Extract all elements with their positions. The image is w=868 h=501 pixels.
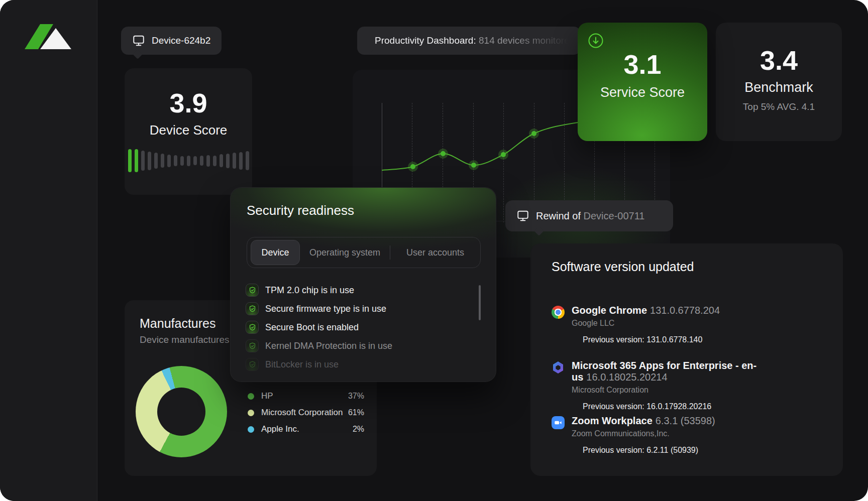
rewind-badge[interactable]: Rewind of Device-00711 (505, 200, 673, 231)
software-card-title: Software version updated (552, 260, 694, 274)
chrome-icon (552, 306, 565, 319)
shield-check-icon (246, 339, 259, 352)
tab-device[interactable]: Device (251, 240, 300, 265)
security-readiness-panel: Security readiness Device Operating syst… (230, 187, 496, 382)
software-version: 6.3.1 (53598) (656, 415, 715, 426)
software-vendor: Microsoft Corporation (572, 386, 843, 395)
benchmark-label: Benchmark (716, 80, 842, 95)
shield-check-icon (246, 321, 259, 334)
score-bar (220, 154, 223, 167)
software-version: 131.0.6778.204 (650, 305, 720, 316)
score-bar (141, 151, 145, 171)
manufactures-subtitle: Device manufactures (140, 334, 229, 345)
software-name: Google Chrome (572, 305, 647, 316)
trend-data-points (408, 129, 539, 172)
score-bar (239, 152, 243, 170)
score-bar (213, 156, 216, 166)
productivity-badge[interactable]: Productivity Dashboard: 814 devices moni… (357, 27, 581, 55)
service-score-card: 3.1 Service Score (578, 23, 707, 141)
badge-tail (133, 49, 143, 59)
score-bar (246, 151, 249, 170)
security-item: TPM 2.0 chip is in use (246, 284, 392, 297)
productivity-label: Productivity Dashboard: (375, 35, 476, 46)
productivity-badge-text: Productivity Dashboard: 814 devices moni… (375, 35, 575, 46)
service-score-label: Service Score (578, 85, 707, 100)
sidebar (0, 0, 97, 501)
benchmark-value: 3.4 (716, 45, 842, 76)
score-bar (154, 153, 158, 169)
zoom-icon (552, 416, 565, 429)
software-entry-m365: Microsoft 365 Apps for Enterprise - en-u… (552, 360, 843, 411)
software-previous-version: Previous version: 6.2.11 (50939) (583, 446, 715, 455)
microsoft-365-icon (552, 361, 565, 374)
rewind-label: Rewind of (536, 210, 581, 221)
device-score-card: 3.9 Device Score (125, 68, 252, 195)
legend-row-hp: HP 37% (248, 390, 364, 402)
legend-row-microsoft: Microsoft Corporation 61% (248, 407, 364, 419)
security-item: Secure firmware type is in use (246, 302, 392, 315)
score-bar (148, 152, 151, 170)
security-item-label: Secure firmware type is in use (265, 304, 386, 314)
legend-name: Microsoft Corporation (261, 408, 343, 418)
score-bar (206, 155, 210, 167)
service-score-value: 3.1 (578, 49, 707, 80)
device-score-label: Device Score (125, 122, 252, 138)
device-score-value: 3.9 (125, 87, 252, 118)
security-item-label: Kernel DMA Protection is in use (265, 341, 392, 351)
tab-operating-system[interactable]: Operating system (300, 247, 390, 258)
productivity-count-text: 814 devices monitored (476, 35, 575, 46)
legend-value: 61% (348, 408, 364, 417)
scrollbar-thumb[interactable] (479, 285, 481, 320)
security-item: Kernel DMA Protection is in use (246, 339, 392, 352)
software-previous-version: Previous version: 16.0.17928.20216 (583, 402, 843, 411)
software-name: Zoom Workplace (572, 415, 653, 426)
manufacturers-legend: HP 37% Microsoft Corporation 61% Apple I… (248, 390, 364, 435)
software-vendor: Google LLC (572, 319, 720, 328)
legend-row-apple: Apple Inc. 2% (248, 423, 364, 435)
manufacturers-donut-chart (136, 366, 227, 457)
device-score-bars (125, 148, 252, 173)
legend-name: Apple Inc. (261, 424, 299, 434)
security-item-label: BitLocker is in use (265, 359, 339, 370)
legend-name: HP (261, 391, 273, 401)
security-checklist: TPM 2.0 chip is in use Secure firmware t… (246, 284, 392, 371)
security-item-label: TPM 2.0 chip is in use (265, 285, 354, 296)
benchmark-card: 3.4 Benchmark Top 5% AVG. 4.1 (716, 23, 842, 141)
security-item: Secure Boot is enabled (246, 321, 392, 334)
software-previous-version: Previous version: 131.0.6778.140 (583, 335, 720, 344)
score-bar (180, 156, 184, 166)
software-entry-chrome: Google Chrome131.0.6778.204 Google LLC P… (552, 305, 720, 344)
score-bar (135, 149, 138, 172)
benchmark-subtext: Top 5% AVG. 4.1 (716, 101, 842, 112)
software-vendor: Zoom Communications,Inc. (572, 429, 715, 438)
shield-check-icon (246, 284, 259, 297)
donut-hole (157, 388, 205, 436)
shield-check-icon (246, 302, 259, 315)
security-panel-title: Security readiness (247, 203, 354, 218)
monitor-icon (132, 34, 145, 47)
score-bar (187, 156, 190, 166)
rewind-device-id: Device-00711 (584, 210, 645, 221)
legend-value: 2% (353, 425, 364, 434)
device-badge[interactable]: Device-624b2 (121, 27, 222, 55)
dashboard-window: Device-624b2 Productivity Dashboard: 814… (0, 0, 868, 501)
download-circle-icon[interactable] (588, 33, 604, 49)
score-bar (233, 153, 236, 169)
legend-dot (248, 410, 254, 416)
rewind-badge-text: Rewind of Device-00711 (536, 210, 644, 222)
shield-check-icon (246, 358, 259, 371)
software-entry-zoom: Zoom Workplace6.3.1 (53598) Zoom Communi… (552, 415, 715, 455)
monitor-icon (516, 209, 529, 222)
badge-tail (369, 49, 379, 55)
legend-dot (248, 426, 254, 433)
security-item-label: Secure Boot is enabled (265, 322, 359, 333)
score-bar (128, 149, 132, 172)
brand-logo (25, 24, 73, 50)
score-bar (226, 154, 230, 168)
legend-dot (248, 393, 254, 400)
legend-value: 37% (348, 392, 364, 401)
manufactures-title: Manufactures (140, 316, 215, 331)
score-bar (200, 156, 203, 166)
device-badge-label: Device-624b2 (152, 35, 210, 46)
tab-user-accounts[interactable]: User accounts (390, 247, 480, 258)
